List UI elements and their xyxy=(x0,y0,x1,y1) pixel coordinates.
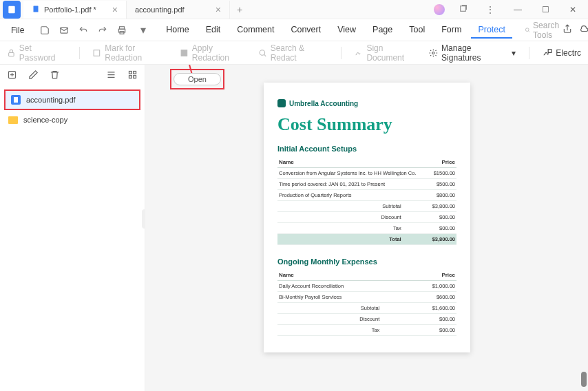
document-page: Umbrella Accounting Cost Summary Initial… xyxy=(264,83,470,352)
sidebar-item-label: science-copy xyxy=(23,116,67,124)
doc-title: Cost Summary xyxy=(277,114,456,135)
svg-rect-15 xyxy=(129,71,132,74)
sidebar-item-label: accounting.pdf xyxy=(26,96,76,104)
menu-home[interactable]: Home xyxy=(159,22,196,39)
svg-rect-9 xyxy=(94,50,101,56)
app-icon xyxy=(3,1,21,19)
search-redact-button[interactable]: Search & Redact xyxy=(258,43,328,63)
table-setups: NamePriceConversion from Angular Systems… xyxy=(277,157,456,245)
add-icon[interactable] xyxy=(7,70,17,83)
tab-accounting[interactable]: accounting.pdf × xyxy=(127,1,230,19)
share-icon[interactable] xyxy=(563,24,572,36)
open-button[interactable]: Open xyxy=(174,73,221,85)
menu-edit[interactable]: Edit xyxy=(199,22,228,39)
new-tab-button[interactable]: + xyxy=(230,4,249,15)
print-icon[interactable] xyxy=(112,25,132,35)
tab-label: Portfolio-1.pdf * xyxy=(44,6,96,14)
sidebar-item[interactable]: accounting.pdf xyxy=(4,89,140,110)
svg-rect-17 xyxy=(129,75,132,78)
tab-label: accounting.pdf xyxy=(135,6,185,14)
mail-icon[interactable] xyxy=(54,25,74,35)
sign-document-button[interactable]: Sign Document xyxy=(355,43,419,63)
menu-convert[interactable]: Convert xyxy=(284,22,328,39)
titlebar: Portfolio-1.pdf * × accounting.pdf × + ⋮… xyxy=(0,0,588,19)
minimize-icon[interactable]: — xyxy=(508,5,527,14)
brand-name: Umbrella Accounting xyxy=(289,100,358,107)
menu-tool[interactable]: Tool xyxy=(402,22,432,39)
svg-rect-13 xyxy=(548,49,552,52)
svg-point-11 xyxy=(260,50,264,54)
set-password-button[interactable]: Set Password xyxy=(7,43,66,63)
menu-page[interactable]: Page xyxy=(366,22,399,39)
save-icon[interactable] xyxy=(35,25,54,35)
section-heading: Initial Account Setups xyxy=(277,145,456,153)
svg-rect-10 xyxy=(181,50,187,56)
menu-file[interactable]: File xyxy=(4,25,31,35)
manage-signatures-button[interactable]: Manage Signatures▾ xyxy=(429,43,516,63)
document-icon xyxy=(32,5,40,14)
menu-form[interactable]: Form xyxy=(434,22,468,39)
mark-redaction-button[interactable]: Mark for Redaction xyxy=(92,43,169,63)
menubar: File ▾ HomeEditCommentConvertViewPageToo… xyxy=(0,19,588,41)
svg-rect-0 xyxy=(8,6,14,13)
scrollbar-thumb[interactable] xyxy=(581,372,587,387)
apply-redaction-button[interactable]: Apply Redaction xyxy=(180,43,247,63)
tab-portfolio[interactable]: Portfolio-1.pdf * × xyxy=(23,1,127,19)
menu-comment[interactable]: Comment xyxy=(230,22,281,39)
undo-icon[interactable] xyxy=(74,25,93,35)
dropdown-icon[interactable]: ▾ xyxy=(136,23,151,36)
ai-orb-icon[interactable] xyxy=(434,4,445,15)
svg-rect-8 xyxy=(9,52,14,56)
menu-view[interactable]: View xyxy=(330,22,363,39)
redo-icon[interactable] xyxy=(93,25,112,35)
maximize-icon[interactable]: ☐ xyxy=(536,5,555,14)
kebab-icon[interactable]: ⋮ xyxy=(481,5,500,14)
menu-protect[interactable]: Protect xyxy=(471,22,512,39)
close-icon[interactable]: × xyxy=(112,4,118,15)
table-expenses: NamePriceDaily Account Reconciliation$1,… xyxy=(277,270,456,336)
svg-rect-2 xyxy=(460,6,465,11)
canvas: Open Umbrella Accounting Cost Summary In… xyxy=(145,65,588,391)
svg-rect-16 xyxy=(134,71,136,74)
svg-point-7 xyxy=(525,28,529,32)
sidebar: accounting.pdfscience-copy xyxy=(0,65,145,391)
popup-icon[interactable] xyxy=(453,4,472,15)
cloud-icon[interactable] xyxy=(579,24,588,36)
protect-toolbar: Set Password Mark for Redaction Apply Re… xyxy=(0,41,588,65)
sidebar-item[interactable]: science-copy xyxy=(3,112,142,128)
trash-icon[interactable] xyxy=(50,70,60,83)
close-icon[interactable]: × xyxy=(216,4,221,15)
list-view-icon[interactable] xyxy=(106,70,116,83)
close-window-icon[interactable]: ✕ xyxy=(563,5,582,14)
open-button-highlight: Open xyxy=(170,69,224,89)
document-icon xyxy=(11,95,21,105)
brand-row: Umbrella Accounting xyxy=(277,99,456,107)
search-placeholder: Search Tools xyxy=(533,21,563,40)
svg-rect-18 xyxy=(134,75,136,78)
section-heading: Ongoing Monthly Expenses xyxy=(277,257,456,266)
search-tools[interactable]: Search Tools xyxy=(525,21,563,40)
svg-rect-1 xyxy=(34,6,39,12)
svg-point-12 xyxy=(432,52,434,54)
umbrella-icon xyxy=(277,99,286,107)
folder-icon xyxy=(8,116,18,124)
edit-icon[interactable] xyxy=(28,70,39,83)
grid-view-icon[interactable] xyxy=(127,70,138,83)
electronic-button[interactable]: Electrc xyxy=(543,48,581,58)
